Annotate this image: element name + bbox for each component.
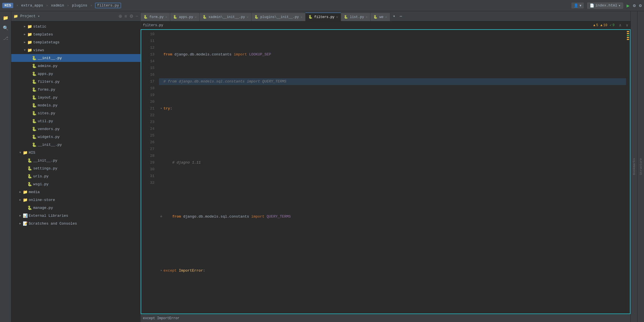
tree-item-util[interactable]: 🐍 util.py xyxy=(11,117,140,125)
panel-minimize-btn[interactable]: − xyxy=(136,14,138,19)
py-icon-forms: 🐍 xyxy=(32,87,37,92)
fold-19[interactable] xyxy=(159,296,163,300)
fold-15[interactable] xyxy=(159,187,163,192)
tree-toggle-templates[interactable]: ▶ xyxy=(23,32,27,37)
tab-xadmin-init-close[interactable]: ✕ xyxy=(247,15,249,19)
breadcrumb-sep-2: › xyxy=(46,3,48,8)
sidebar-icon-project[interactable]: 📁 xyxy=(1,14,10,23)
fold-17[interactable] xyxy=(159,242,163,246)
tree-item-vendors[interactable]: 🐍 vendors.py xyxy=(11,125,140,133)
tree-item-settings[interactable]: 🐍 settings.py xyxy=(11,164,140,172)
line-content-18: except ImportError: xyxy=(163,267,626,274)
tab-apps-close[interactable]: ✕ xyxy=(195,15,197,19)
breadcrumb-xadmin[interactable]: xadmin xyxy=(51,3,64,8)
tree-toggle-ext-libs[interactable]: ▶ xyxy=(18,213,23,218)
panel-header: 📁 Project ▾ ⊕ ≡ ⚙ − xyxy=(11,11,140,21)
bookmarks-sidebar[interactable]: Bookmarks xyxy=(630,11,637,322)
settings-button[interactable]: ⚙ xyxy=(639,3,642,8)
tree-item-init-views[interactable]: 🐍 __init__.py xyxy=(11,54,140,62)
tab-form-label: form.py xyxy=(149,15,163,19)
warn-yellow-icon: ▲ xyxy=(593,23,595,27)
tree-item-layout[interactable]: 🐍 layout.py xyxy=(11,93,140,101)
breadcrumb-filters[interactable]: filters.py xyxy=(95,3,121,8)
nav-down-arrow[interactable]: ∨ xyxy=(626,23,628,28)
tab-filters[interactable]: 🐍 filters.py ✕ xyxy=(306,13,341,21)
fold-10[interactable] xyxy=(159,52,163,57)
tree-item-manage[interactable]: 🐍 manage.py xyxy=(11,204,140,212)
tree-toggle-views[interactable]: ▼ xyxy=(23,48,27,52)
tree-item-his[interactable]: ▼ 📁 HIS xyxy=(11,149,140,156)
tree-item-urls[interactable]: 🐍 urls.py xyxy=(11,172,140,180)
tree-label-urls: urls.py xyxy=(33,174,49,178)
py-icon-urls: 🐍 xyxy=(27,174,32,179)
nav-up-arrow[interactable]: ∧ xyxy=(619,23,621,28)
tree-item-online-store[interactable]: ▶ 📁 online-store xyxy=(11,196,140,204)
run-button[interactable]: ▶ xyxy=(627,3,630,9)
fold-11[interactable] xyxy=(159,79,163,84)
tree-item-views[interactable]: ▼ 📁 views xyxy=(11,46,140,54)
tree-item-wsgi[interactable]: 🐍 wsgi.py xyxy=(11,180,140,188)
fold-16[interactable]: ⊖ xyxy=(159,214,163,219)
tab-we[interactable]: 🐍 we ✕ xyxy=(371,13,390,21)
tab-plugins-init[interactable]: 🐍 plugins\__init__.py ✕ xyxy=(252,13,305,21)
warn-item-yellow[interactable]: ▲ 5 xyxy=(593,23,598,27)
code-content[interactable]: from django.db.models.constants import L… xyxy=(157,30,626,314)
tab-overflow-button[interactable]: ▾ xyxy=(391,14,397,19)
tree-item-forms[interactable]: 🐍 forms.py xyxy=(11,86,140,93)
tree-item-apps[interactable]: 🐍 apps.py xyxy=(11,70,140,78)
folder-icon-static: 📁 xyxy=(27,24,32,29)
tree-toggle-scratches[interactable]: ▶ xyxy=(18,221,23,226)
tab-form-close[interactable]: ✕ xyxy=(165,15,167,19)
fold-12[interactable]: ▾ xyxy=(159,106,163,111)
tab-xadmin-init[interactable]: 🐍 xadmin\__init__.py ✕ xyxy=(200,13,252,21)
structure-sidebar[interactable]: Structure xyxy=(637,11,644,322)
tree-item-filters[interactable]: 🐍 filters.py xyxy=(11,78,140,86)
tree-item-ext-libs[interactable]: ▶ 📊 External Libraries xyxy=(11,212,140,220)
tree-item-widgets[interactable]: 🐍 widgets.py xyxy=(11,133,140,141)
fold-14[interactable] xyxy=(159,160,163,165)
tree-item-sites[interactable]: 🐍 sites.py xyxy=(11,109,140,117)
panel-collapse-btn[interactable]: ≡ xyxy=(124,14,127,19)
tab-more-button[interactable]: ⋯ xyxy=(398,14,404,19)
tree-item-his-init[interactable]: 🐍 __init__.py xyxy=(11,156,140,164)
tab-form[interactable]: 🐍 form.py ✕ xyxy=(141,13,170,21)
fold-13[interactable] xyxy=(159,133,163,138)
tab-list[interactable]: 🐍 list.py ✕ xyxy=(341,13,371,21)
plugin-button[interactable]: ⚙ xyxy=(633,3,636,8)
fold-18[interactable]: ▾ xyxy=(159,269,163,273)
panel-add-btn[interactable]: ⊕ xyxy=(118,14,122,19)
py-icon-init-views2: 🐍 xyxy=(32,142,37,147)
user-button[interactable]: 👤 ▾ xyxy=(571,3,584,8)
bookmarks-label[interactable]: Bookmarks xyxy=(632,158,636,175)
tab-apps[interactable]: 🐍 apps.py ✕ xyxy=(170,13,200,21)
tree-toggle-online-store[interactable]: ▶ xyxy=(18,198,23,202)
tree-item-static[interactable]: ▶ 📁 static xyxy=(11,23,140,30)
tab-we-close[interactable]: ✕ xyxy=(385,15,387,19)
tab-plugins-init-close[interactable]: ✕ xyxy=(300,15,302,19)
index-selector[interactable]: 📄 index.html ▾ xyxy=(587,3,623,9)
warn-item-green[interactable]: ✓ 9 xyxy=(610,23,614,27)
tree-label-scratches: Scratches and Consoles xyxy=(29,222,77,226)
his-badge[interactable]: HIS xyxy=(2,3,13,8)
tree-item-init-views2[interactable]: 🐍 __init__.py xyxy=(11,141,140,149)
tree-item-adminx[interactable]: 🐍 adminx.py xyxy=(11,62,140,70)
tree-toggle-media[interactable]: ▶ xyxy=(18,190,23,194)
sidebar-icon-vcs[interactable]: ⎇ xyxy=(1,34,10,43)
tab-filters-close[interactable]: ✕ xyxy=(336,15,338,19)
tree-item-scratches[interactable]: ▶ 📝 Scratches and Consoles xyxy=(11,220,140,227)
tree-toggle-static[interactable]: ▶ xyxy=(23,24,27,29)
warn-item-orange[interactable]: ▲ 10 xyxy=(600,23,607,27)
breadcrumb-plugins[interactable]: plugins xyxy=(72,3,87,8)
breadcrumb-extra-apps[interactable]: extra_apps xyxy=(21,3,43,8)
tree-toggle-templatetags[interactable]: ▶ xyxy=(23,40,27,44)
panel-dropdown-arrow: ▾ xyxy=(38,14,40,18)
tree-item-media[interactable]: ▶ 📁 media xyxy=(11,188,140,196)
tree-item-templatetags[interactable]: ▶ 📁 templatetags xyxy=(11,38,140,46)
tree-item-templates[interactable]: ▶ 📁 templates xyxy=(11,30,140,38)
tree-item-models[interactable]: 🐍 models.py xyxy=(11,101,140,109)
structure-label[interactable]: Structure xyxy=(639,158,643,175)
tab-list-close[interactable]: ✕ xyxy=(366,15,368,19)
panel-settings-btn[interactable]: ⚙ xyxy=(129,14,133,19)
tree-toggle-his[interactable]: ▼ xyxy=(18,150,23,155)
sidebar-icon-search[interactable]: 🔍 xyxy=(1,24,10,33)
